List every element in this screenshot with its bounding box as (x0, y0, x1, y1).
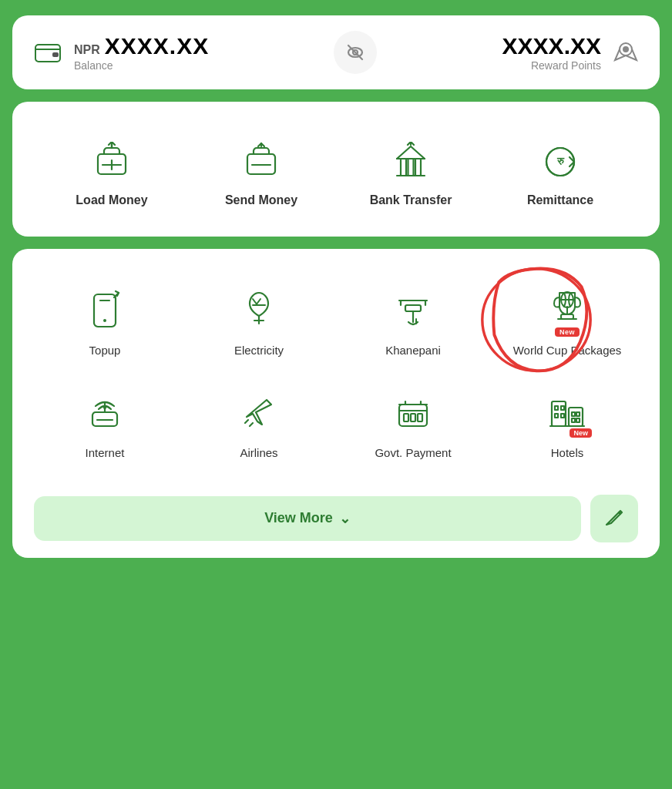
internet-label: Internet (86, 445, 125, 461)
svg-rect-40 (404, 414, 408, 421)
send-money-icon (238, 139, 284, 185)
hotels-label: Hotels (551, 445, 584, 461)
svg-rect-48 (555, 414, 558, 418)
topup-label: Topup (89, 343, 121, 358)
view-more-button[interactable]: View More ⌄ (34, 496, 581, 541)
quick-actions-card: Load Money Send Money (12, 102, 660, 237)
svg-rect-51 (576, 412, 580, 416)
action-send-money[interactable]: Send Money (211, 139, 311, 209)
reward-section: XXXX.XX Reward Points (502, 33, 641, 72)
svg-rect-52 (572, 418, 575, 422)
balance-info: NPR XXXX.XX Balance (74, 33, 209, 72)
view-more-label: View More (264, 510, 333, 526)
bank-transfer-label: Bank Transfer (370, 193, 452, 209)
balance-section: NPR XXXX.XX Balance (31, 33, 209, 72)
reward-info: XXXX.XX Reward Points (502, 33, 601, 72)
svg-rect-49 (561, 414, 564, 418)
topup-icon (80, 286, 129, 335)
svg-rect-45 (569, 408, 583, 426)
bottom-actions: View More ⌄ (28, 495, 644, 542)
service-electricity[interactable]: Electricity (182, 270, 336, 374)
svg-rect-42 (418, 414, 422, 421)
svg-rect-50 (572, 412, 575, 416)
send-money-label: Send Money (225, 193, 297, 209)
load-money-label: Load Money (76, 193, 147, 209)
worldcup-icon: New (543, 286, 592, 335)
reward-amount: XXXX.XX (502, 33, 601, 59)
currency-label: NPR (74, 43, 100, 57)
balance-amount: XXXX.XX (105, 33, 209, 59)
toggle-visibility-button[interactable] (334, 31, 377, 74)
hotels-new-badge: New (570, 428, 592, 438)
internet-icon (80, 388, 129, 438)
svg-point-20 (103, 319, 106, 322)
services-card: Topup Electricity (12, 249, 660, 558)
reward-label: Reward Points (531, 59, 601, 72)
action-bank-transfer[interactable]: Bank Transfer (361, 139, 461, 209)
worldcup-label: World Cup Packages (513, 343, 622, 358)
govt-payment-icon (388, 388, 438, 438)
svg-line-24 (256, 299, 260, 305)
quick-actions-grid: Load Money Send Money (28, 120, 644, 218)
service-internet[interactable]: Internet (28, 373, 182, 476)
action-load-money[interactable]: Load Money (62, 139, 162, 209)
service-worldcup[interactable]: New World Cup Packages (490, 270, 644, 374)
balance-card: NPR XXXX.XX Balance XXXX.XX Reward Point… (12, 15, 660, 89)
service-airlines[interactable]: Airlines (182, 373, 336, 476)
edit-button[interactable] (590, 495, 638, 542)
khanepani-icon (388, 286, 438, 335)
remittance-icon: रु (537, 139, 583, 185)
airlines-label: Airlines (240, 445, 277, 461)
govt-payment-label: Govt. Payment (375, 445, 451, 461)
edit-icon (603, 508, 625, 529)
action-remittance[interactable]: रु Remittance (510, 139, 610, 209)
worldcup-new-badge: New (555, 327, 580, 337)
svg-rect-53 (576, 418, 580, 422)
svg-rect-1 (52, 52, 59, 57)
wallet-icon (31, 35, 65, 69)
svg-point-6 (623, 46, 629, 52)
airlines-icon (234, 388, 284, 438)
svg-rect-41 (411, 414, 415, 421)
service-govt-payment[interactable]: Govt. Payment (336, 373, 490, 476)
load-money-icon (89, 139, 135, 185)
svg-text:रु: रु (556, 155, 565, 167)
service-khanepani[interactable]: Khanepani (336, 270, 490, 374)
svg-rect-47 (561, 406, 564, 410)
service-topup[interactable]: Topup (28, 270, 182, 374)
balance-label: Balance (74, 59, 209, 72)
remittance-label: Remittance (527, 193, 593, 209)
electricity-icon (234, 286, 284, 335)
svg-marker-12 (397, 146, 425, 159)
svg-rect-14 (408, 159, 414, 176)
electricity-label: Electricity (234, 343, 284, 358)
bank-transfer-icon (388, 139, 434, 185)
svg-rect-15 (415, 159, 421, 176)
chevron-down-icon: ⌄ (339, 510, 351, 527)
svg-rect-13 (401, 159, 406, 176)
services-grid: Topup Electricity (28, 270, 644, 476)
svg-point-37 (103, 406, 106, 409)
svg-rect-46 (555, 406, 558, 410)
hotels-icon: New (543, 388, 592, 438)
service-hotels[interactable]: New Hotels (490, 373, 644, 476)
svg-rect-26 (405, 305, 421, 311)
reward-icon (610, 37, 641, 68)
khanepani-label: Khanepani (385, 343, 441, 358)
